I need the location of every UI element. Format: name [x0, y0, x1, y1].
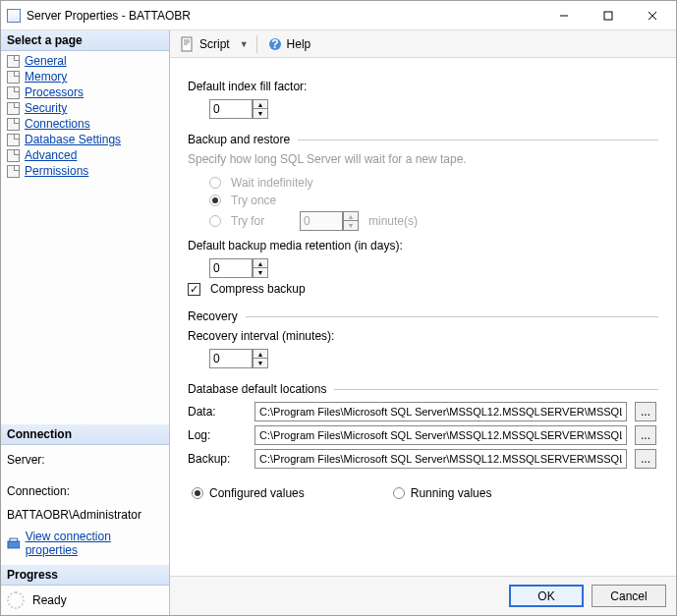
backup-path-label: Backup:	[188, 452, 247, 466]
page-memory[interactable]: Memory	[1, 69, 169, 84]
fill-factor-label: Default index fill factor:	[188, 80, 658, 93]
page-security[interactable]: Security	[1, 100, 169, 116]
recovery-interval-spinner[interactable]: ▲▼	[209, 349, 268, 368]
sidebar: Select a page General Memory Processors …	[1, 30, 170, 615]
wait-indefinitely-radio	[209, 177, 221, 189]
spin-down-button[interactable]: ▼	[253, 268, 268, 278]
connection-label: Connection:	[7, 484, 70, 498]
retention-spinner[interactable]: ▲▼	[209, 258, 268, 278]
page-icon	[7, 149, 20, 162]
backup-restore-sub: Specify how long SQL Server will wait fo…	[188, 152, 658, 166]
connection-value: BATTAOBR\Administrator	[7, 508, 141, 522]
progress-header: Progress	[1, 565, 169, 586]
window-title: Server Properties - BATTAOBR	[27, 9, 191, 23]
dialog-buttons: OK Cancel	[170, 576, 676, 615]
spin-down-button[interactable]: ▼	[253, 359, 268, 368]
svg-rect-5	[10, 538, 18, 541]
spin-up-button[interactable]: ▲	[253, 349, 268, 359]
page-icon	[7, 102, 20, 115]
configured-values-radio[interactable]	[192, 487, 203, 499]
spin-up-button[interactable]: ▲	[253, 258, 268, 268]
try-once-radio	[209, 195, 221, 206]
page-icon	[7, 165, 20, 178]
script-icon	[180, 36, 196, 52]
connection-header: Connection	[1, 424, 169, 445]
script-button[interactable]: Script	[176, 34, 234, 54]
configured-values-label: Configured values	[209, 486, 305, 500]
data-path-label: Data:	[188, 405, 247, 419]
retention-input[interactable]	[209, 258, 253, 278]
try-once-label: Try once	[231, 194, 276, 207]
help-button[interactable]: ? Help	[263, 34, 315, 54]
compress-backup-checkbox[interactable]	[188, 283, 200, 296]
try-for-input	[300, 211, 343, 231]
page-icon	[7, 134, 20, 146]
backup-browse-button[interactable]: ...	[635, 449, 656, 469]
running-values-label: Running values	[411, 486, 492, 500]
spin-up-button: ▲	[343, 211, 359, 221]
server-label: Server:	[7, 453, 45, 467]
page-connections[interactable]: Connections	[1, 116, 169, 132]
page-icon	[7, 86, 20, 99]
view-connection-properties-link[interactable]: View connection properties	[26, 530, 163, 557]
try-for-spinner: ▲▼	[300, 211, 359, 231]
spin-down-button[interactable]: ▼	[253, 109, 268, 119]
server-properties-window: Server Properties - BATTAOBR Select a pa…	[0, 0, 677, 616]
spin-up-button[interactable]: ▲	[253, 99, 268, 109]
main-panel: Script ▼ ? Help Default index fill facto…	[170, 30, 676, 615]
try-for-unit: minute(s)	[368, 214, 418, 228]
try-for-radio	[209, 215, 221, 227]
recovery-interval-input[interactable]	[209, 349, 253, 368]
wait-indefinitely-label: Wait indefinitely	[231, 176, 313, 190]
progress-spinner-icon	[7, 591, 25, 609]
fill-factor-spinner[interactable]: ▲▼	[209, 99, 268, 119]
page-icon	[7, 118, 20, 131]
spin-down-button: ▼	[343, 221, 359, 231]
ok-button[interactable]: OK	[509, 585, 584, 607]
progress-status: Ready	[32, 593, 67, 607]
cancel-button[interactable]: Cancel	[592, 585, 666, 607]
backup-restore-header: Backup and restore	[188, 133, 290, 146]
backup-path-input[interactable]	[254, 449, 627, 469]
log-browse-button[interactable]: ...	[635, 425, 656, 445]
svg-text:?: ?	[271, 37, 278, 51]
data-path-input[interactable]	[254, 402, 627, 421]
recovery-header: Recovery	[188, 309, 238, 323]
page-processors[interactable]: Processors	[1, 84, 169, 100]
log-path-label: Log:	[188, 428, 247, 442]
locations-header: Database default locations	[188, 382, 326, 396]
page-general[interactable]: General	[1, 53, 169, 69]
fill-factor-input[interactable]	[209, 99, 253, 119]
maximize-button[interactable]	[586, 2, 630, 29]
window-icon	[7, 9, 21, 23]
page-icon	[7, 71, 20, 84]
page-advanced[interactable]: Advanced	[1, 147, 169, 163]
minimize-button[interactable]	[541, 2, 586, 29]
recovery-interval-label: Recovery interval (minutes):	[188, 329, 658, 343]
running-values-radio[interactable]	[393, 487, 405, 499]
svg-rect-4	[8, 541, 20, 548]
data-browse-button[interactable]: ...	[635, 402, 656, 421]
connection-properties-icon	[7, 536, 21, 550]
script-dropdown-icon[interactable]: ▼	[238, 39, 251, 49]
page-icon	[7, 55, 20, 68]
try-for-label: Try for	[231, 214, 290, 228]
close-button[interactable]	[630, 2, 674, 29]
page-permissions[interactable]: Permissions	[1, 163, 169, 179]
toolbar-separator	[256, 35, 257, 53]
page-list: General Memory Processors Security Conne…	[1, 51, 169, 181]
select-page-header: Select a page	[1, 30, 169, 51]
retention-label: Default backup media retention (in days)…	[188, 239, 658, 252]
titlebar: Server Properties - BATTAOBR	[1, 1, 676, 30]
page-database-settings[interactable]: Database Settings	[1, 132, 169, 147]
svg-rect-1	[604, 12, 612, 20]
compress-backup-label: Compress backup	[210, 282, 306, 296]
log-path-input[interactable]	[254, 425, 627, 445]
toolbar: Script ▼ ? Help	[170, 30, 676, 58]
help-icon: ?	[267, 36, 283, 52]
